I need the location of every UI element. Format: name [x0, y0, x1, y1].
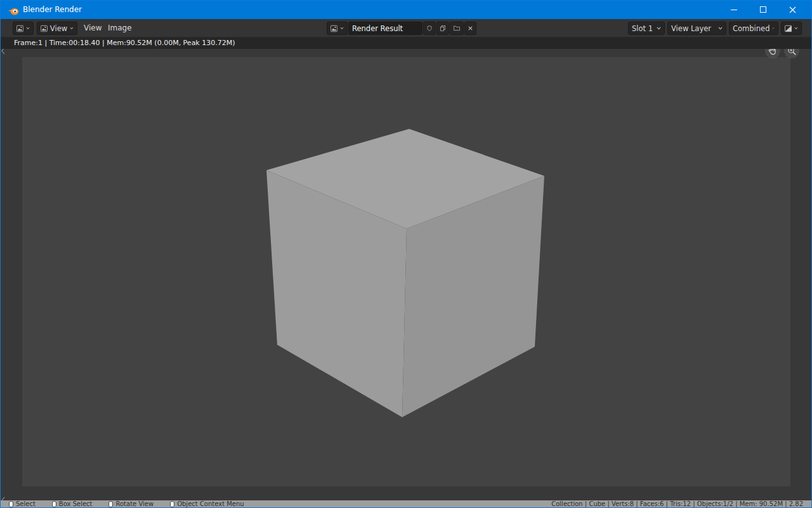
- close-icon: [468, 25, 473, 31]
- window-titlebar: Blender Render: [0, 0, 812, 19]
- status-hint: Box Select: [52, 500, 93, 508]
- menu-image[interactable]: Image: [104, 19, 136, 37]
- image-editor-header: View View Image Render Result: [0, 19, 812, 37]
- maximize-icon: [760, 6, 766, 13]
- view-layer-select[interactable]: View Layer: [667, 22, 726, 35]
- chevron-down-icon: [70, 27, 74, 30]
- mouse-right-icon: [170, 501, 174, 507]
- status-hint-label: Select: [16, 500, 36, 508]
- status-hint-label: Box Select: [59, 500, 93, 508]
- render-image-canvas[interactable]: [22, 57, 790, 486]
- shield-button[interactable]: [423, 22, 436, 35]
- display-channels-dropdown[interactable]: [781, 22, 802, 35]
- shield-icon: [427, 24, 432, 32]
- status-hint: Select: [9, 500, 36, 508]
- status-hint-label: Object Context Menu: [177, 500, 244, 508]
- chevron-down-icon: [794, 27, 798, 30]
- status-hint: Object Context Menu: [170, 500, 244, 508]
- chevron-down-icon: [772, 27, 775, 30]
- status-bar: Select Box Select Rotate View Object Con…: [0, 500, 812, 508]
- new-image-button[interactable]: [436, 22, 449, 35]
- view-layer-select-label: View Layer: [671, 24, 716, 33]
- new-image-icon: [440, 24, 445, 32]
- open-image-button[interactable]: [450, 22, 464, 35]
- close-icon: [789, 6, 796, 13]
- display-channels-icon: [785, 25, 792, 32]
- image-name-field[interactable]: Render Result: [348, 22, 422, 35]
- chevron-down-icon: [657, 27, 661, 30]
- chevron-down-icon: [26, 27, 30, 30]
- image-icon: [331, 25, 337, 32]
- blender-logo-icon: [8, 6, 19, 18]
- render-pass-select-label: Combined: [733, 24, 769, 33]
- window-title: Blender Render: [23, 0, 82, 19]
- render-stats-bar: Frame:1 | Time:00:18.40 | Mem:90.52M (0.…: [0, 37, 812, 49]
- chevron-down-icon: [718, 27, 723, 30]
- folder-icon: [454, 25, 460, 32]
- render-pass-select[interactable]: Combined: [729, 22, 778, 35]
- status-hint: Rotate View: [108, 500, 154, 508]
- status-hint-label: Rotate View: [115, 500, 154, 508]
- chevron-down-icon: [340, 27, 344, 30]
- mouse-middle-icon: [108, 501, 113, 507]
- editor-type-dropdown[interactable]: [13, 22, 34, 35]
- image-editor-icon: [16, 25, 23, 32]
- slot-select-label: Slot 1: [632, 24, 654, 33]
- minimize-button[interactable]: [719, 0, 749, 19]
- mode-dropdown[interactable]: View: [37, 22, 77, 35]
- menu-view[interactable]: View: [80, 19, 105, 37]
- minimize-icon: [731, 10, 737, 10]
- scene-stats: Collection | Cube | Verts:8 | Faces:6 | …: [551, 500, 803, 508]
- render-stats-text: Frame:1 | Time:00:18.40 | Mem:90.52M (0.…: [14, 39, 235, 47]
- image-icon: [41, 25, 48, 32]
- image-name-value: Render Result: [352, 24, 403, 33]
- mode-dropdown-label: View: [50, 24, 67, 33]
- maximize-button[interactable]: [749, 0, 778, 19]
- mouse-left-icon: [9, 501, 13, 507]
- mouse-left-drag-icon: [52, 501, 56, 507]
- browse-image-dropdown[interactable]: [327, 22, 348, 35]
- slot-select[interactable]: Slot 1: [628, 22, 665, 35]
- image-viewport: [0, 49, 812, 500]
- close-button[interactable]: [778, 0, 807, 19]
- unlink-image-button[interactable]: [464, 22, 476, 35]
